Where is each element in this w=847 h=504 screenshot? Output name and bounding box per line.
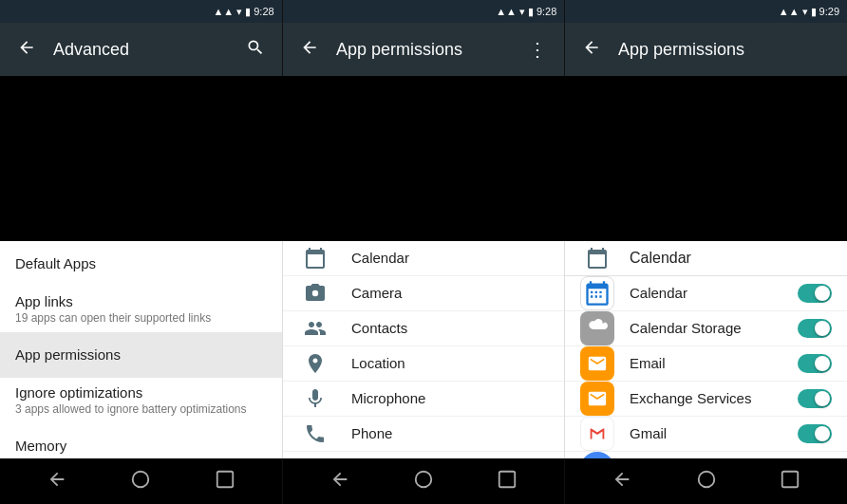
svg-point-2 [416,471,432,487]
signal-icon-2: ▲▲ [496,6,517,17]
app-icon-calendar [580,276,614,310]
toolbar-title-panel2: App permissions [336,40,511,60]
toggle-gmail[interactable] [798,424,832,443]
nav-back-panel1[interactable] [39,461,75,502]
app-icon-email [580,346,614,381]
menu-item-ignore-optimizations[interactable]: Ignore optimizations 3 apps allowed to i… [0,378,282,423]
back-button-panel1[interactable] [15,38,38,62]
app-item-email[interactable]: Email [565,346,847,382]
battery-icon-3: ▮ [811,6,817,18]
app-item-gmail[interactable]: Gmail [565,417,847,452]
ignore-optimizations-secondary: 3 apps allowed to ignore battery optimiz… [15,402,267,416]
perm-label-contacts: Contacts [351,320,407,336]
signal-icon-3: ▲▲ [779,6,800,17]
nav-recents-panel1[interactable] [207,461,243,502]
status-bar-panel1: ▲▲ ▾ ▮ 9:28 [0,0,283,23]
panel-advanced: Default Apps App links 19 apps can open … [0,241,283,459]
svg-rect-5 [782,471,799,487]
section-calendar-icon [580,241,614,275]
toolbar-panel2: App permissions ⋮ [283,23,565,76]
app-name-gmail: Gmail [630,425,798,441]
section-header-calendar: Calendar [565,241,847,276]
toolbar-title-panel3: App permissions [618,40,832,60]
app-item-calendar-storage[interactable]: Calendar Storage [565,311,847,346]
perm-item-location[interactable]: Location [283,346,564,382]
toolbars: Advanced App permissions ⋮ App permissio… [0,23,847,241]
toggle-exchange-services[interactable] [798,389,832,408]
wifi-icon-3: ▾ [802,6,808,18]
svg-rect-1 [216,471,233,487]
phone-icon [298,417,332,451]
perm-item-contacts[interactable]: Contacts [283,311,564,346]
nav-bar-panel2 [283,458,566,504]
app-name-calendar: Calendar [630,285,798,301]
svg-point-4 [698,471,714,487]
search-button[interactable] [244,38,267,62]
perm-label-camera: Camera [351,285,402,301]
nav-bar-panel3 [565,458,847,504]
toolbar-panel3: App permissions [565,23,847,76]
app-icon-calendar-storage [580,311,614,345]
nav-back-panel3[interactable] [604,461,640,502]
app-name-calendar-storage: Calendar Storage [630,320,798,336]
time-panel3: 9:29 [819,6,839,17]
calendar-icon [298,241,332,275]
perm-item-phone[interactable]: Phone [283,417,564,452]
battery-icon: ▮ [245,6,251,18]
toggle-calendar-storage[interactable] [798,319,832,338]
menu-item-default-apps[interactable]: Default Apps [0,241,282,287]
panel-permissions: Calendar Camera Contacts Location [283,241,565,459]
app-item-google-app[interactable]: Google App [565,452,847,459]
perm-item-camera[interactable]: Camera [283,276,564,311]
perm-label-location: Location [351,355,405,371]
back-button-panel2[interactable] [298,38,321,62]
battery-icon-2: ▮ [528,6,534,18]
app-item-exchange-services[interactable]: Exchange Services [565,382,847,417]
app-item-calendar[interactable]: Calendar [565,276,847,311]
nav-home-panel2[interactable] [405,461,442,502]
app-name-email: Email [630,355,798,371]
perm-label-phone: Phone [351,425,392,441]
svg-rect-3 [499,471,516,487]
nav-recents-panel3[interactable] [772,461,808,502]
status-bar-panel3: ▲▲ ▾ ▮ 9:29 [565,0,847,23]
nav-back-panel2[interactable] [322,461,358,502]
app-permissions-label: App permissions [15,346,267,363]
back-button-panel3[interactable] [580,38,603,62]
menu-item-app-links[interactable]: App links 19 apps can open their support… [0,287,282,332]
toggle-email[interactable] [798,354,832,373]
wifi-icon-2: ▾ [519,6,525,18]
menu-item-memory[interactable]: Memory [0,423,282,459]
nav-recents-panel2[interactable] [489,461,525,502]
time-panel2: 9:28 [536,6,556,17]
nav-bar-panel1 [0,458,283,504]
signal-icon: ▲▲ [213,6,234,17]
app-links-label: App links [15,293,267,309]
contacts-icon [298,311,332,345]
toolbar-panel1: Advanced [0,23,283,76]
app-icon-gmail [580,417,614,451]
perm-item-calendar[interactable]: Calendar [283,241,564,276]
location-icon [298,346,332,381]
svg-point-0 [133,471,149,487]
section-header-text: Calendar [630,250,691,267]
nav-home-panel3[interactable] [688,461,725,502]
perm-label-calendar: Calendar [351,250,409,266]
nav-bars [0,458,847,504]
camera-icon [298,276,332,310]
toggle-calendar[interactable] [798,284,832,303]
perm-item-microphone[interactable]: Microphone [283,382,564,417]
app-icon-google-app [580,452,614,459]
default-apps-label: Default Apps [15,255,267,271]
nav-home-panel1[interactable] [122,461,159,502]
perm-label-microphone: Microphone [351,390,425,406]
panel-app-list: Calendar Calendar Calendar Storage Email [565,241,847,459]
microphone-icon [298,382,332,416]
sms-icon [298,452,332,459]
app-name-exchange-services: Exchange Services [630,390,798,406]
more-button-panel2[interactable]: ⋮ [526,38,549,61]
perm-item-sms[interactable]: SMS [283,452,564,459]
time-panel1: 9:28 [254,6,273,17]
menu-item-app-permissions[interactable]: App permissions [0,332,282,378]
toolbar-title-panel1: Advanced [53,40,229,60]
